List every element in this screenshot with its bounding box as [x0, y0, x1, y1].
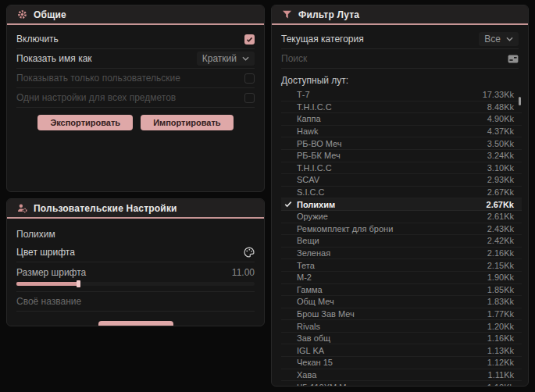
- panel-loot-filter-header: Фильтр Лута: [272, 5, 528, 25]
- loot-row[interactable]: РБ-ВО Меч3.50Kk: [281, 137, 522, 150]
- search-input[interactable]: Поиск: [281, 49, 519, 69]
- font-size-slider[interactable]: [16, 282, 255, 286]
- font-size-slider-thumb[interactable]: [77, 280, 80, 287]
- panel-user-settings-title: Пользовательские Настройки: [34, 203, 177, 214]
- loot-row[interactable]: Ч5-110ХМ Меч1.10Kk: [281, 381, 522, 387]
- loot-row[interactable]: T.H.I.C.C3.10Kk: [281, 162, 522, 175]
- check-icon: [284, 201, 292, 208]
- loot-item-value: 2.67Kk: [487, 187, 514, 197]
- loot-row[interactable]: Оружие2.61Kk: [281, 211, 522, 223]
- loot-row[interactable]: Гамма1.85Kk: [281, 284, 522, 297]
- font-color-label: Цвет шрифта: [16, 247, 75, 258]
- font-color-row: Цвет шрифта: [16, 243, 255, 262]
- loot-item-name: Общ Меч: [297, 297, 334, 306]
- loot-item-value: 2.93Kk: [487, 175, 514, 184]
- only-custom-label: Показывать только пользовательские: [16, 73, 180, 84]
- same-settings-checkbox[interactable]: [244, 93, 255, 103]
- loot-row[interactable]: Каппа4.90Kk: [281, 113, 522, 126]
- loot-list: Т-717.33Kk T.H.I.C.C8.48Kk Каппа4.90Kk H…: [281, 89, 522, 387]
- font-size-row: Размер шрифта 11.00: [16, 262, 255, 292]
- loot-item-name: Брош Зав Меч: [297, 309, 355, 319]
- loot-row[interactable]: Т-717.33Kk: [281, 89, 522, 102]
- search-placeholder: Поиск: [281, 53, 307, 64]
- loot-item-value: 1.90Kk: [487, 273, 514, 282]
- loot-item-value: 2.61Kk: [487, 212, 514, 221]
- loot-row[interactable]: Вещи2.42Kk: [281, 235, 522, 248]
- loot-row[interactable]: S.I.C.C2.67Kk: [281, 187, 522, 199]
- display-name-select[interactable]: Краткий: [197, 52, 255, 66]
- loot-item-name: Т-7: [297, 90, 310, 99]
- palette-icon[interactable]: [244, 247, 255, 258]
- only-custom-checkbox[interactable]: [244, 73, 255, 84]
- loot-item-value: 3.50Kk: [487, 139, 514, 148]
- selected-item-name: Полихим: [16, 223, 255, 243]
- loot-item-value: 1.12Kk: [487, 358, 514, 367]
- loot-item-value: 8.48Kk: [487, 102, 514, 112]
- loot-row[interactable]: Rivals1.20Kk: [281, 320, 522, 333]
- delete-button[interactable]: Удалить: [98, 321, 173, 326]
- advanced-search-icon[interactable]: [508, 55, 519, 63]
- loot-item-name: Полихим: [297, 200, 335, 209]
- loot-item-name: Каппа: [297, 114, 321, 123]
- loot-row[interactable]: Брош Зав Меч1.77Kk: [281, 308, 522, 321]
- loot-item-value: 1.20Kk: [487, 322, 514, 331]
- funnel-icon: [282, 9, 292, 20]
- loot-item-name: Зав общ: [297, 333, 330, 343]
- user-settings-icon: [17, 203, 27, 213]
- custom-name-input[interactable]: Своё название: [16, 292, 255, 312]
- loot-row[interactable]: IGL KA1.13Kk: [281, 344, 522, 357]
- loot-item-name: IGL KA: [297, 346, 324, 355]
- chevron-down-icon: [506, 37, 513, 41]
- panel-general-title: Общие: [34, 9, 66, 20]
- loot-item-name: Hawk: [297, 127, 319, 136]
- display-name-label: Показать имя как: [16, 53, 92, 64]
- loot-row[interactable]: Хава1.11Kk: [281, 369, 522, 382]
- mod-settings-screen: Общие Включить Показать имя как Краткий: [0, 0, 535, 392]
- loot-row[interactable]: SCAV2.93Kk: [281, 174, 522, 187]
- loot-item-name: РБ-БК Меч: [297, 151, 341, 160]
- loot-item-name: T.H.I.C.C: [297, 163, 332, 173]
- category-row: Текущая категория Все: [281, 30, 519, 49]
- enable-checkbox[interactable]: [244, 34, 255, 45]
- loot-item-value: 2.16Kk: [487, 248, 514, 258]
- loot-row[interactable]: Тета2.15Kk: [281, 259, 522, 272]
- loot-item-value: 1.11Kk: [488, 370, 514, 380]
- same-settings-label: Одни настройки для всех предметов: [16, 92, 176, 103]
- loot-row[interactable]: М-21.90Kk: [281, 272, 522, 284]
- loot-item-name: М-2: [297, 273, 312, 282]
- loot-row-selected[interactable]: Полихим2.67Kk: [281, 198, 522, 211]
- setting-display-name-row: Показать имя как Краткий: [16, 49, 255, 69]
- panel-general: Общие Включить Показать имя как Краткий: [6, 5, 265, 192]
- loot-item-value: 1.16Kk: [487, 333, 514, 343]
- chevron-down-icon: [242, 56, 249, 61]
- loot-item-name: T.H.I.C.C: [297, 102, 332, 112]
- loot-row[interactable]: Зеленая2.16Kk: [281, 248, 522, 260]
- loot-item-value: 3.24Kk: [487, 151, 514, 160]
- loot-row[interactable]: Hawk4.37Kk: [281, 126, 522, 138]
- loot-row[interactable]: Ремкомплект для брони2.43Kk: [281, 223, 522, 236]
- loot-item-name: Тета: [297, 261, 315, 270]
- loot-item-name: Гамма: [297, 285, 323, 294]
- font-size-value: 11.00: [232, 267, 255, 278]
- loot-item-name: РБ-ВО Меч: [297, 139, 342, 148]
- loot-item-name: Оружие: [297, 212, 328, 221]
- loot-item-value: 3.10Kk: [487, 163, 514, 173]
- loot-item-value: 2.15Kk: [487, 261, 514, 270]
- loot-item-name: Rivals: [297, 322, 320, 331]
- import-button[interactable]: Импортировать: [141, 115, 233, 130]
- loot-item-value: 1.10Kk: [487, 383, 514, 387]
- loot-row[interactable]: Чекан 151.12Kk: [281, 357, 522, 369]
- export-button[interactable]: Экспортировать: [37, 115, 133, 130]
- loot-item-value: 1.83Kk: [487, 297, 514, 306]
- loot-list-scrollbar[interactable]: [519, 97, 521, 105]
- category-value: Все: [484, 34, 501, 45]
- loot-item-name: Ч5-110ХМ Меч: [297, 383, 355, 387]
- loot-row[interactable]: РБ-БК Меч3.24Kk: [281, 150, 522, 162]
- category-select[interactable]: Все: [479, 32, 519, 46]
- loot-row[interactable]: Общ Меч1.83Kk: [281, 296, 522, 308]
- category-label: Текущая категория: [281, 34, 364, 45]
- loot-row[interactable]: Зав общ1.16Kk: [281, 333, 522, 345]
- loot-item-value: 1.77Kk: [487, 309, 514, 319]
- loot-row[interactable]: T.H.I.C.C8.48Kk: [281, 102, 522, 114]
- font-size-label: Размер шрифта: [16, 267, 86, 278]
